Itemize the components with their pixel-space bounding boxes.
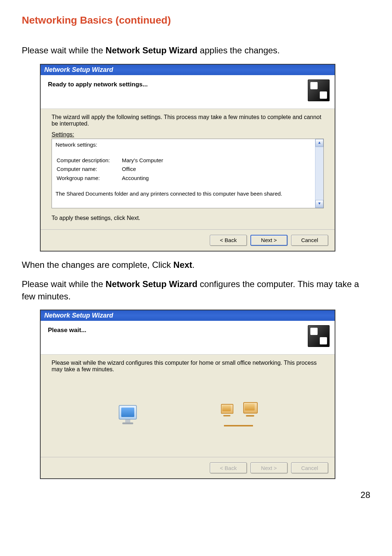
shared-text: The Shared Documents folder and any prin… [56,190,311,197]
row-value: Mary's Computer [122,156,174,164]
wizard-dialog-1: Network Setup Wizard Ready to apply netw… [40,64,335,252]
wizard-header-title: Ready to apply network settings... [48,79,148,88]
next-button[interactable]: Next > [250,235,287,246]
table-row: Workgroup name:Accounting [56,174,174,182]
wizard-header: Please wait... [41,321,335,355]
text-bold: Network Setup Wizard [106,45,197,55]
row-label: Computer description: [56,156,121,164]
intro-paragraph-1: Please wait while the Network Setup Wiza… [22,44,370,57]
button-row: < Back Next > Cancel [41,229,335,251]
next-button: Next > [250,462,287,473]
window-titlebar: Network Setup Wizard [41,310,335,321]
wizard-description: Please wait while the wizard configures … [52,360,324,373]
settings-content: Network settings: Computer description:M… [52,139,315,208]
button-row: < Back Next > Cancel [41,457,335,478]
table-row: Computer name:Office [56,165,174,173]
text-segment: . [192,260,195,270]
settings-readonly-pane: Network settings: Computer description:M… [52,139,324,208]
row-label: Computer name: [56,165,121,173]
cancel-button[interactable]: Cancel [291,235,328,246]
scroll-down-icon[interactable]: ▾ [315,200,323,208]
network-icon [308,79,330,101]
settings-heading: Network settings: [56,141,311,148]
wizard-dialog-2: Network Setup Wizard Please wait... Plea… [40,310,335,479]
table-row: Computer description:Mary's Computer [56,156,174,164]
scroll-up-icon[interactable]: ▴ [315,139,323,147]
wizard-content: The wizard will apply the following sett… [41,109,335,229]
text-bold: Network Setup Wizard [106,279,197,289]
cancel-button: Cancel [291,462,328,473]
network-icon [308,325,330,347]
text-segment: Please wait while the [22,45,106,55]
text-bold: Next [173,260,192,270]
progress-animation [52,377,324,453]
network-computers-icon [220,402,257,428]
text-segment: Please wait while the [22,279,106,289]
window-titlebar: Network Setup Wizard [41,65,335,75]
row-value: Accounting [122,174,174,182]
text-segment: When the changes are complete, Click [22,260,173,270]
page-number: 28 [22,490,370,500]
computer-icon [119,405,137,425]
back-button[interactable]: < Back [210,235,247,246]
settings-label: Settings: [52,131,324,138]
mid-paragraph-1: When the changes are complete, Click Nex… [22,259,370,271]
wizard-header: Ready to apply network settings... [41,75,335,109]
wizard-header-title: Please wait... [48,325,86,334]
text-segment: applies the changes. [197,45,280,55]
row-label: Workgroup name: [56,174,121,182]
wizard-content: Please wait while the wizard configures … [41,355,335,457]
scrollbar[interactable]: ▴ ▾ [315,139,323,208]
wizard-description: The wizard will apply the following sett… [52,114,324,127]
back-button: < Back [210,462,247,473]
apply-instruction: To apply these settings, click Next. [52,215,324,221]
section-heading: Networking Basics (continued) [22,15,370,26]
settings-table: Computer description:Mary's Computer Com… [56,156,175,183]
row-value: Office [122,165,174,173]
mid-paragraph-2: Please wait while the Network Setup Wiza… [22,278,370,302]
